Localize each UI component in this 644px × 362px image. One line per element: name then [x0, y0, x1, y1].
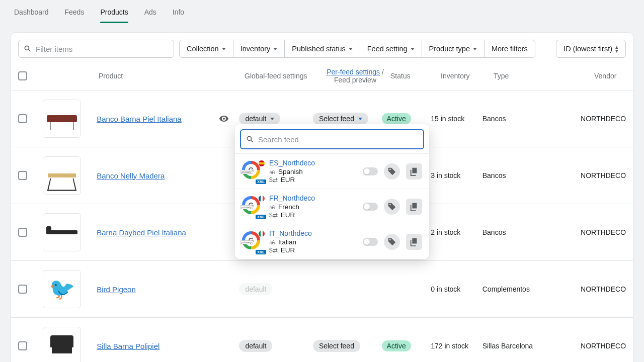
search-icon: [246, 135, 254, 143]
filter-published[interactable]: Published status: [284, 40, 360, 58]
feed-toggle[interactable]: [363, 238, 378, 246]
flag-icon: [258, 160, 265, 167]
primary-badge: primary: [240, 205, 253, 209]
tab-feeds[interactable]: Feeds: [65, 1, 85, 23]
feed-name: ES_Northdeco: [269, 159, 357, 167]
filter-input[interactable]: [36, 45, 169, 53]
copy-button[interactable]: [406, 234, 422, 250]
type-value: Bancos: [482, 115, 581, 123]
type-value: Complementos: [482, 285, 581, 293]
vendor-value: NORTHDECO: [581, 342, 626, 350]
xml-badge: XML: [256, 215, 266, 219]
inventory-value: 0 in stock: [431, 285, 482, 293]
row-checkbox[interactable]: [18, 114, 27, 123]
feed-option[interactable]: primary XML ES_Northdeco 🗚Spanish $⇄EUR: [235, 153, 429, 189]
tab-dashboard[interactable]: Dashboard: [14, 1, 49, 23]
table-header: Product Global-feed settings Per-feed se…: [11, 65, 633, 90]
filter-inventory[interactable]: Inventory: [233, 40, 285, 58]
feed-toggle[interactable]: [363, 203, 378, 211]
feed-option[interactable]: primary XML FR_Northdeco 🗚French $⇄EUR: [235, 189, 429, 224]
caret-icon: [358, 118, 362, 120]
product-link[interactable]: Silla Barna Polipiel: [97, 342, 159, 350]
filter-group: Collection Inventory Published status Fe…: [179, 40, 535, 58]
product-link[interactable]: Bird Pigeon: [97, 285, 136, 294]
global-pill[interactable]: default: [239, 340, 272, 352]
feed-icon: primary XML: [242, 231, 263, 252]
product-thumbnail: [43, 327, 81, 362]
filter-product-type[interactable]: Product type: [422, 40, 485, 58]
filter-feed-setting[interactable]: Feed setting: [360, 40, 422, 58]
product-link[interactable]: Barna Daybed Piel Italiana: [97, 228, 186, 237]
status-badge: Active: [382, 113, 411, 124]
type-value: Sillas Barcelona: [482, 342, 581, 350]
product-thumbnail: [43, 100, 81, 138]
product-link[interactable]: Banco Barna Piel Italiana: [97, 115, 181, 123]
feed-search[interactable]: [240, 129, 424, 149]
caret-icon: [473, 48, 477, 50]
primary-badge: primary: [240, 240, 253, 244]
xml-badge: XML: [256, 179, 266, 184]
language-icon: 🗚: [269, 239, 275, 246]
inventory-value: 172 in stock: [431, 342, 482, 350]
vendor-value: NORTHDECO: [581, 171, 626, 179]
caret-icon: [270, 118, 274, 120]
vendor-value: NORTHDECO: [581, 228, 626, 236]
sort-button[interactable]: ID (lowest first)▴▾: [556, 40, 626, 58]
tag-button[interactable]: [384, 234, 400, 250]
row-checkbox[interactable]: [18, 171, 27, 180]
select-all-checkbox[interactable]: [18, 71, 27, 80]
feed-icon: primary XML: [242, 161, 263, 182]
feed-icon: primary XML: [242, 196, 263, 217]
feed-option[interactable]: primary XML IT_Northdeco 🗚Italian $⇄EUR: [235, 224, 429, 259]
feed-name: FR_Northdeco: [269, 194, 357, 202]
currency-icon: $⇄: [269, 176, 278, 184]
tag-button[interactable]: [384, 163, 400, 179]
filter-collection[interactable]: Collection: [179, 40, 233, 58]
inventory-value: 15 in stock: [431, 115, 482, 123]
row-checkbox[interactable]: [18, 341, 27, 350]
product-link[interactable]: Banco Nelly Madera: [97, 171, 165, 180]
row-checkbox[interactable]: [18, 285, 27, 294]
feed-toggle[interactable]: [363, 167, 378, 175]
row-checkbox[interactable]: [18, 228, 27, 237]
eye-icon[interactable]: [219, 114, 229, 124]
select-feed-pill[interactable]: Select feed: [313, 113, 368, 125]
feed-search-input[interactable]: [258, 135, 418, 144]
feed-dropdown: primary XML ES_Northdeco 🗚Spanish $⇄EUR …: [235, 124, 429, 259]
tag-button[interactable]: [384, 199, 400, 215]
type-value: Bancos: [482, 171, 581, 179]
sort-icon: ▴▾: [615, 45, 618, 53]
tab-products[interactable]: Products: [100, 1, 128, 23]
type-value: Bancos: [482, 228, 581, 236]
tab-info[interactable]: Info: [173, 1, 184, 23]
primary-badge: primary: [240, 170, 253, 174]
global-pill[interactable]: default: [239, 283, 272, 295]
caret-icon: [222, 48, 226, 50]
caret-icon: [273, 48, 277, 50]
copy-button[interactable]: [406, 163, 422, 179]
table-row: Silla Barna Polipiel default Select feed…: [11, 318, 633, 362]
flag-icon: [258, 195, 265, 202]
tab-ads[interactable]: Ads: [144, 1, 156, 23]
copy-button[interactable]: [406, 199, 422, 215]
currency-icon: $⇄: [269, 247, 278, 254]
global-pill[interactable]: default: [239, 113, 280, 125]
product-thumbnail: [43, 156, 81, 195]
xml-badge: XML: [256, 250, 266, 254]
filter-more[interactable]: More filters: [484, 40, 535, 58]
per-feed-link[interactable]: Per-feed settings: [327, 68, 380, 76]
language-icon: 🗚: [269, 204, 275, 211]
inventory-value: 2 in stock: [431, 228, 482, 236]
caret-icon: [349, 48, 353, 50]
feed-name: IT_Northdeco: [269, 229, 357, 237]
product-thumbnail: [43, 213, 81, 251]
product-thumbnail: 🐦: [43, 270, 81, 308]
select-feed-pill[interactable]: Select feed: [313, 340, 360, 352]
header-product: Product: [99, 72, 245, 80]
toolbar: Collection Inventory Published status Fe…: [11, 40, 633, 65]
header-type: Type: [494, 72, 594, 80]
inventory-value: 3 in stock: [431, 171, 482, 179]
search-icon: [24, 45, 32, 53]
header-per-feed: Per-feed settings / Feed preview: [320, 68, 390, 84]
filter-search[interactable]: [18, 40, 174, 58]
